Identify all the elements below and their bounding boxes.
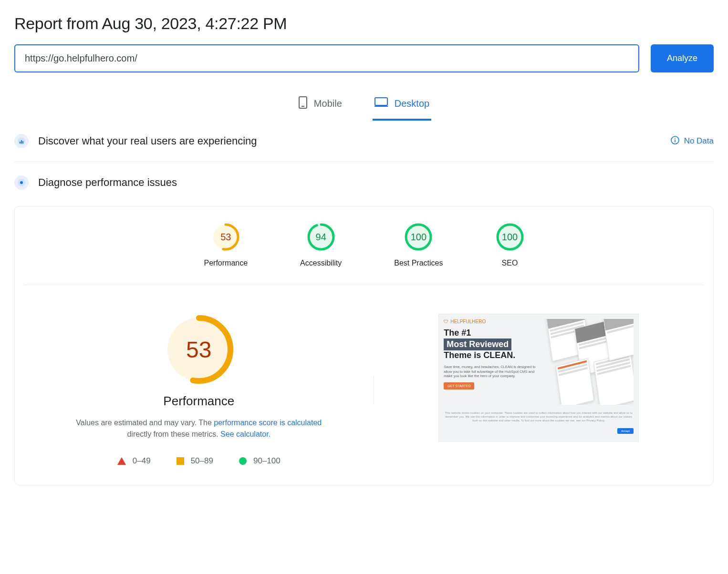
discover-section: Discover what your real users are experi… xyxy=(14,121,714,162)
svg-point-12 xyxy=(20,181,23,184)
svg-rect-7 xyxy=(22,141,23,144)
ss-subtext: Save time, money, and headaches. CLEAN i… xyxy=(444,365,539,379)
page-title: Report from Aug 30, 2023, 4:27:22 PM xyxy=(14,14,714,33)
analyze-button[interactable]: Analyze xyxy=(651,44,714,72)
gauge-value: 100 xyxy=(404,223,433,251)
performance-heading: Performance xyxy=(163,394,234,409)
gauge-accessibility[interactable]: 94Accessibility xyxy=(300,223,342,267)
see-calculator-link[interactable]: See calculator. xyxy=(220,430,270,438)
svg-rect-5 xyxy=(20,142,21,144)
diagnose-icon xyxy=(14,175,29,190)
gauge-label: SEO xyxy=(502,259,518,267)
tab-desktop[interactable]: Desktop xyxy=(373,93,431,121)
ss-cta-button: GET STARTED xyxy=(444,382,474,390)
tab-mobile[interactable]: Mobile xyxy=(297,93,344,121)
tab-desktop-label: Desktop xyxy=(395,98,429,109)
gauge-ring: 100 xyxy=(404,223,433,251)
diagnose-section: Diagnose performance issues xyxy=(14,162,714,203)
performance-gauge-large: 53 xyxy=(163,314,235,385)
svg-rect-10 xyxy=(675,139,676,142)
report-card: 53Performance94Accessibility100Best Prac… xyxy=(14,206,714,485)
gauge-ring: 100 xyxy=(496,223,524,251)
performance-score-large: 53 xyxy=(163,314,235,385)
circle-icon xyxy=(239,457,247,465)
mobile-icon xyxy=(299,96,307,111)
svg-rect-3 xyxy=(374,106,388,107)
score-legend: 0–49 50–89 90–100 xyxy=(117,456,281,466)
gauge-label: Performance xyxy=(204,259,248,267)
info-icon xyxy=(671,136,679,147)
svg-rect-6 xyxy=(21,140,22,144)
discover-title: Discover what your real users are experi… xyxy=(38,135,661,147)
triangle-icon xyxy=(117,457,126,465)
gauge-best-practices[interactable]: 100Best Practices xyxy=(394,223,443,267)
gauge-performance[interactable]: 53Performance xyxy=(204,223,248,267)
diagnose-title: Diagnose performance issues xyxy=(38,176,714,189)
svg-rect-9 xyxy=(675,138,676,139)
ss-cookie-accept: Accept xyxy=(617,428,634,434)
ss-cookie-text: This website stores cookies on your comp… xyxy=(444,409,634,422)
svg-rect-2 xyxy=(375,98,387,105)
legend-average: 50–89 xyxy=(177,456,213,466)
gauge-ring: 53 xyxy=(211,223,240,251)
discover-icon xyxy=(14,134,29,148)
gauge-value: 100 xyxy=(496,223,524,251)
score-calculated-link[interactable]: performance score is calculated xyxy=(214,419,322,427)
performance-right: 🛡 HELPFULHERO The #1 Most Reviewed Theme… xyxy=(374,314,704,466)
gauge-seo[interactable]: 100SEO xyxy=(496,223,524,267)
ss-headline: The #1 Most Reviewed Theme is CLEAN. xyxy=(444,328,539,361)
page-screenshot: 🛡 HELPFULHERO The #1 Most Reviewed Theme… xyxy=(438,314,639,442)
square-icon xyxy=(177,457,184,465)
gauge-label: Best Practices xyxy=(394,259,443,267)
legend-fail: 0–49 xyxy=(117,456,151,466)
performance-row: 53 Performance Values are estimated and … xyxy=(24,285,704,466)
svg-rect-1 xyxy=(302,106,304,107)
ss-mockups xyxy=(544,319,634,405)
tab-mobile-label: Mobile xyxy=(314,98,342,109)
performance-description: Values are estimated and may vary. The p… xyxy=(75,417,323,440)
gauge-label: Accessibility xyxy=(300,259,342,267)
gauge-value: 53 xyxy=(211,223,240,251)
desktop-icon xyxy=(374,97,388,110)
legend-pass: 90–100 xyxy=(239,456,281,466)
url-input[interactable] xyxy=(14,44,639,72)
no-data-label: No Data xyxy=(684,136,714,146)
no-data-badge[interactable]: No Data xyxy=(671,136,714,147)
url-row: Analyze xyxy=(14,44,714,72)
gauge-ring: 94 xyxy=(307,223,335,251)
gauge-row: 53Performance94Accessibility100Best Prac… xyxy=(15,218,713,285)
gauge-value: 94 xyxy=(307,223,335,251)
device-tabs: Mobile Desktop xyxy=(14,93,714,121)
performance-left: 53 Performance Values are estimated and … xyxy=(24,314,374,466)
ss-logo: 🛡 HELPFULHERO xyxy=(444,319,539,324)
